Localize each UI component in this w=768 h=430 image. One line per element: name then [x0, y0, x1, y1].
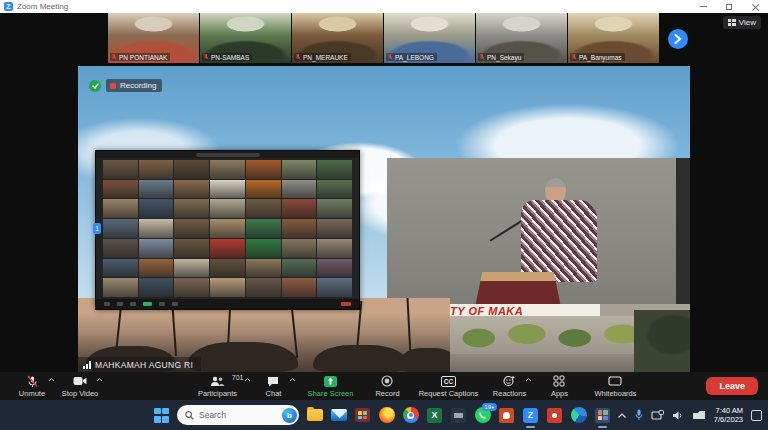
gallery-tile: [174, 259, 209, 278]
orange-app-button[interactable]: [498, 407, 515, 424]
participants-button[interactable]: 701 Participants: [189, 372, 245, 400]
filmstrip-thumbnail[interactable]: PN_MERAUKE: [292, 13, 383, 63]
maximize-icon: [726, 4, 732, 10]
whiteboards-button[interactable]: Whiteboards: [587, 372, 643, 400]
thumbnail-name-tag: PN_Sekayu: [478, 53, 524, 61]
gallery-tile: [139, 239, 174, 258]
gallery-tile: [139, 259, 174, 278]
gallery-tile: [174, 278, 209, 297]
request-captions-button[interactable]: CC Request Captions: [415, 372, 481, 400]
gallery-tile: [317, 239, 352, 258]
muted-mic-icon: [571, 53, 577, 61]
gallery-tile: [317, 278, 352, 297]
stage-wall-edge: [676, 158, 690, 311]
gallery-tile: [103, 259, 138, 278]
zoom-app-icon: Z: [4, 2, 13, 11]
stop-video-button[interactable]: Stop Video: [58, 372, 102, 400]
tray-bandicam-icon[interactable]: [692, 410, 706, 420]
edge-button[interactable]: [570, 407, 587, 424]
unmute-button[interactable]: Unmute: [10, 372, 54, 400]
gallery-tile: [246, 199, 281, 218]
filmstrip-thumbnail[interactable]: PN_Sekayu: [476, 13, 567, 63]
zoom-app-button[interactable]: Z: [522, 407, 539, 424]
gallery-tile: [103, 199, 138, 218]
maximize-button[interactable]: [716, 0, 742, 13]
view-button[interactable]: View: [723, 16, 761, 29]
gallery-view-icon: [728, 19, 736, 26]
leave-button[interactable]: Leave: [706, 377, 758, 395]
participants-chevron[interactable]: [244, 377, 251, 382]
gallery-tile: [210, 278, 245, 297]
active-speaker-name: MAHKAMAH AGUNG RI: [95, 360, 193, 370]
record-button[interactable]: Record: [365, 372, 409, 400]
chat-chevron[interactable]: [289, 377, 296, 382]
whiteboards-label: Whiteboards: [594, 389, 636, 398]
chat-bubble-icon: [267, 375, 279, 388]
share-screen-button[interactable]: Share Screen: [301, 372, 359, 400]
window-titlebar: Z Zoom Meeting: [0, 0, 768, 13]
mail-button[interactable]: [330, 407, 347, 424]
unmute-chevron[interactable]: [48, 377, 55, 382]
thumbnail-name-tag: PN-SAMBAS: [202, 53, 252, 61]
gallery-tile: [282, 199, 317, 218]
clock-date: 7/6/2023: [714, 415, 743, 424]
speaker-batik-shirt: [521, 200, 597, 282]
red-app-button[interactable]: [546, 407, 563, 424]
firefox-button[interactable]: [378, 407, 395, 424]
minimize-icon: [700, 6, 707, 7]
store-button[interactable]: [354, 407, 371, 424]
active-window-indicator: [598, 426, 607, 428]
close-button[interactable]: [742, 0, 768, 13]
gallery-tile: [317, 199, 352, 218]
next-page-button[interactable]: [668, 29, 688, 49]
gallery-tile: [210, 160, 245, 179]
thumbnail-name-tag: PA_LEBONG: [386, 53, 437, 61]
stop-video-label: Stop Video: [62, 389, 99, 398]
gallery-tile: [210, 219, 245, 238]
gallery-tile: [139, 180, 174, 199]
recording-label: Recording: [120, 81, 156, 90]
tray-volume-icon[interactable]: [672, 410, 684, 421]
video-camera-icon: [73, 375, 87, 388]
chrome-button[interactable]: [402, 407, 419, 424]
windows-logo-icon: [154, 408, 169, 423]
taskbar-clock[interactable]: 7:40 AM 7/6/2023: [714, 406, 743, 424]
gallery-tile: [210, 239, 245, 258]
gallery-tile: [103, 160, 138, 179]
gallery-tile: [246, 219, 281, 238]
dark-app-button[interactable]: [450, 407, 467, 424]
gallery-tile: [246, 278, 281, 297]
file-explorer-button[interactable]: [306, 407, 323, 424]
stop-video-chevron[interactable]: [96, 377, 103, 382]
muted-mic-icon: [295, 53, 301, 61]
minimize-button[interactable]: [690, 0, 716, 13]
notification-center-icon[interactable]: [751, 410, 762, 421]
reactions-chevron[interactable]: [525, 377, 532, 382]
start-button[interactable]: [153, 407, 170, 424]
filmstrip-thumbnail[interactable]: PA_LEBONG: [384, 13, 475, 63]
filmstrip-thumbnail[interactable]: PN-SAMBAS: [200, 13, 291, 63]
chat-button[interactable]: Chat: [251, 372, 295, 400]
filmstrip-thumbnail[interactable]: PN PONTIANAK: [108, 13, 199, 63]
thumbnail-participant-name: PA_Banyumas: [579, 54, 622, 61]
thumbnail-participant-name: PN-SAMBAS: [211, 54, 249, 61]
reactions-button[interactable]: Reactions: [487, 372, 531, 400]
recording-pill[interactable]: Recording: [106, 79, 162, 92]
tray-network-icon[interactable]: [651, 410, 664, 421]
photos-app-button[interactable]: [594, 407, 611, 424]
chrome-icon: [403, 407, 419, 423]
orange-app-icon: [499, 408, 514, 423]
tray-overflow-chevron[interactable]: [617, 412, 627, 419]
filmstrip-thumbnail[interactable]: PA_Banyumas: [568, 13, 659, 63]
share-screen-label: Share Screen: [308, 389, 354, 398]
whatsapp-button[interactable]: 19+: [474, 407, 491, 424]
excel-button[interactable]: X: [426, 407, 443, 424]
main-shared-video: TY OF MAKA 1 Rec: [78, 66, 690, 372]
excel-icon: X: [427, 408, 442, 423]
taskbar-search[interactable]: Search b: [177, 405, 299, 425]
apps-button[interactable]: Apps: [537, 372, 581, 400]
gallery-tile: [210, 199, 245, 218]
share-screen-icon: [324, 376, 337, 387]
tray-microphone-icon[interactable]: [635, 409, 643, 421]
whatsapp-badge: 19+: [482, 403, 496, 411]
